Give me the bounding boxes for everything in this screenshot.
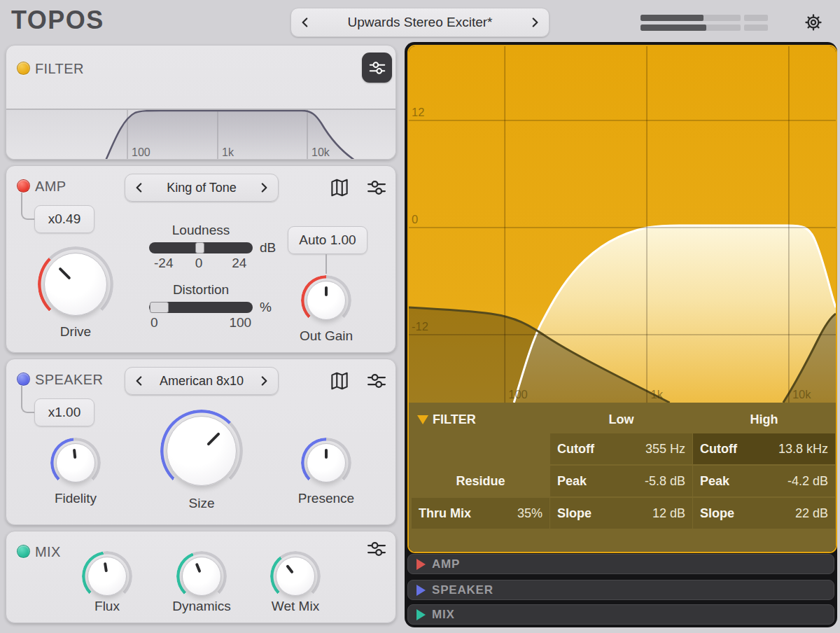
column-header-high: High (693, 407, 835, 432)
drive-knob-pointer (32, 241, 119, 328)
amp-settings-sliders-icon[interactable] (366, 177, 387, 198)
high-cutoff-cell[interactable]: Cutoff 13.8 kHz (693, 433, 835, 464)
distortion-unit: % (260, 300, 272, 315)
filter-response-svg: 12 0 -12 100 1k 10k (409, 46, 836, 403)
low-slope-cell[interactable]: Slope 12 dB (550, 498, 692, 529)
mix-panel-title: MIX (35, 544, 61, 560)
filter-settings-button[interactable] (362, 53, 392, 83)
size-knob[interactable]: Size (167, 416, 237, 486)
speaker-led[interactable] (17, 373, 30, 386)
output-level-meter (640, 15, 768, 34)
mini-freq-label: 10k (312, 146, 330, 158)
mix-panel: MIX Flux Dynamics Wet Mix (6, 531, 396, 623)
size-knob-pointer (153, 403, 251, 500)
residue-label: Residue (412, 466, 550, 496)
preset-name[interactable]: Upwards Stereo Exciter* (312, 15, 528, 30)
meter-fill-left (640, 15, 704, 21)
expand-triangle-icon (416, 559, 426, 570)
fidelity-knob-pointer (55, 442, 96, 483)
mix-settings-sliders-icon[interactable] (366, 538, 387, 559)
collapse-triangle-icon (417, 415, 428, 424)
auto-gain-badge[interactable]: Auto 1.00 (288, 226, 368, 254)
amp-browse-map-icon[interactable] (329, 177, 350, 198)
high-peak-cell[interactable]: Peak -4.2 dB (693, 466, 835, 496)
filter-led[interactable] (17, 62, 30, 75)
fidelity-knob-label: Fidelity (55, 491, 97, 506)
out-gain-knob-label: Out Gain (300, 328, 353, 344)
amp-preset-name[interactable]: King of Tone (146, 181, 257, 195)
loudness-handle[interactable] (195, 242, 204, 253)
amp-preset-next-icon[interactable] (257, 181, 271, 195)
filter-table-header[interactable]: FILTER (412, 407, 550, 432)
wet-mix-knob-label: Wet Mix (272, 599, 319, 614)
settings-gear-icon[interactable] (801, 10, 826, 35)
auto-gain-connector (326, 254, 327, 274)
filter-panel-title: FILTER (35, 61, 84, 77)
high-slope-value: 22 dB (795, 506, 828, 521)
collapsed-bar-amp[interactable]: AMP (407, 554, 834, 574)
flux-knob[interactable]: Flux (88, 557, 127, 596)
loudness-slider[interactable]: Loudness dB -24 0 24 (149, 242, 253, 253)
wet-mix-knob[interactable]: Wet Mix (276, 557, 315, 596)
filter-detail-block: 12 0 -12 100 1k 10k FILTER Low High (407, 45, 837, 553)
amp-preset-prev-icon[interactable] (132, 181, 146, 195)
loudness-unit: dB (260, 240, 276, 256)
meter-headroom-left (744, 15, 768, 21)
high-peak-value: -4.2 dB (788, 474, 828, 489)
amp-gain-multiplier-badge[interactable]: x0.49 (34, 205, 94, 233)
collapsed-bar-mix[interactable]: MIX (407, 604, 834, 625)
freq-axis-label: 100 (508, 388, 528, 401)
mini-freq-label: 1k (222, 146, 234, 158)
mini-freq-label: 100 (132, 146, 150, 158)
thru-mix-cell[interactable]: Thru Mix 35% (412, 498, 550, 529)
size-knob-label: Size (189, 496, 215, 511)
speaker-preset-selector[interactable]: American 8x10 (125, 367, 279, 395)
dynamics-knob[interactable]: Dynamics (182, 557, 221, 596)
high-slope-cell[interactable]: Slope 22 dB (693, 498, 835, 529)
filter-mini-curve: 100 1k 10k (6, 110, 396, 159)
speaker-preset-prev-icon[interactable] (132, 374, 146, 388)
out-gain-knob-pointer (307, 281, 345, 319)
filter-parameter-table: FILTER Low High Cutoff 355 Hz Cutoff 13.… (409, 403, 836, 552)
speaker-preset-next-icon[interactable] (257, 374, 271, 388)
filter-response-display[interactable]: 12 0 -12 100 1k 10k (409, 46, 836, 403)
presence-knob-label: Presence (298, 491, 354, 506)
speaker-settings-sliders-icon[interactable] (366, 370, 387, 391)
dynamics-knob-label: Dynamics (172, 599, 230, 614)
speaker-browse-map-icon[interactable] (329, 370, 350, 391)
presence-knob[interactable]: Presence (307, 443, 346, 482)
distortion-slider[interactable]: Distortion % 0 100 (149, 302, 253, 313)
speaker-preset-name[interactable]: American 8x10 (146, 374, 257, 389)
flux-knob-pointer (85, 555, 129, 598)
thru-mix-value: 35% (517, 506, 542, 521)
meter-fill-right (640, 25, 706, 31)
db-axis-label: -12 (412, 320, 428, 333)
preset-prev-icon[interactable] (298, 15, 312, 29)
preset-selector[interactable]: Upwards Stereo Exciter* (290, 8, 550, 37)
flux-knob-label: Flux (94, 599, 120, 614)
amp-led[interactable] (17, 179, 30, 193)
speaker-panel: SPEAKER American 8x10 x1.00 Fidelity Siz… (6, 359, 396, 525)
amp-panel-title: AMP (35, 179, 66, 195)
filter-panel: FILTER (6, 45, 396, 160)
filter-table-title: FILTER (433, 412, 476, 427)
low-peak-cell[interactable]: Peak -5.8 dB (550, 466, 692, 496)
low-slope-value: 12 dB (652, 506, 685, 521)
freq-axis-label: 10k (792, 388, 811, 401)
distortion-handle[interactable] (150, 302, 169, 313)
speaker-led-connector (21, 386, 35, 413)
low-cutoff-cell[interactable]: Cutoff 355 Hz (550, 433, 692, 464)
out-gain-knob[interactable]: Out Gain (307, 281, 346, 320)
fidelity-knob[interactable]: Fidelity (56, 443, 95, 482)
meter-headroom-right (744, 25, 768, 31)
preset-next-icon[interactable] (528, 15, 542, 29)
drive-knob[interactable]: Drive (44, 253, 107, 316)
speaker-gain-multiplier-badge[interactable]: x1.00 (34, 398, 94, 426)
tick-label: 0 (150, 315, 158, 331)
app-logo: TOPOS (11, 6, 104, 35)
amp-preset-selector[interactable]: King of Tone (125, 174, 279, 202)
high-cutoff-value: 13.8 kHz (778, 442, 828, 457)
mix-led[interactable] (17, 545, 30, 558)
drive-knob-label: Drive (60, 324, 91, 340)
collapsed-bar-speaker[interactable]: SPEAKER (407, 580, 834, 600)
